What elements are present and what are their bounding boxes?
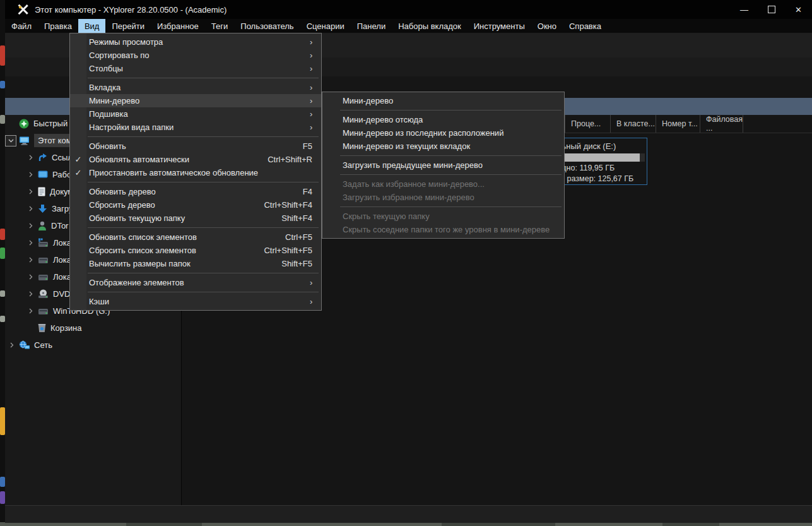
submenu-item-mini-tree-recent-locations[interactable]: Мини-дерево из последних расположений xyxy=(322,126,564,140)
tree-item-network[interactable]: Сеть xyxy=(5,337,181,354)
disk-icon xyxy=(38,256,49,264)
submenu-item-mini-tree-current-tabs[interactable]: Мини-дерево из текущих вкладок xyxy=(322,140,564,153)
menu-separator xyxy=(70,289,321,295)
menu-item-caches[interactable]: Кэши› xyxy=(70,295,321,308)
menu-separator xyxy=(322,172,564,177)
menu-item-tab[interactable]: Вкладка› xyxy=(70,81,321,94)
menu-item-refresh-tree[interactable]: Обновить деревоF4 xyxy=(70,185,321,198)
close-button[interactable]: ✕ xyxy=(785,0,812,19)
document-icon xyxy=(38,187,45,196)
menu-item-folder-view-settings[interactable]: Настройки вида папки› xyxy=(70,121,321,134)
chevron-right-icon[interactable] xyxy=(28,257,34,263)
menu-help[interactable]: Справка xyxy=(563,19,608,33)
chevron-right-icon[interactable] xyxy=(28,189,34,194)
menu-item-columns[interactable]: Столбцы› xyxy=(70,62,321,75)
system-disk-icon xyxy=(38,238,49,248)
chevron-right-icon[interactable] xyxy=(28,206,34,212)
menu-bar: Файл Правка Вид Перейти Избранное Теги П… xyxy=(5,19,812,33)
xyplorer-app-icon xyxy=(18,4,28,15)
menu-go[interactable]: Перейти xyxy=(105,19,151,33)
menu-favorites[interactable]: Избранное xyxy=(151,19,205,33)
menu-item-refresh[interactable]: ОбновитьF5 xyxy=(70,140,321,153)
view-menu-popup: Режимы просмотра› Сортировать по› Столбц… xyxy=(69,33,322,311)
status-bar: 5 элементов всего свободно: 1,18 ТБ (95%… xyxy=(5,505,812,523)
submenu-item-hide-sibling-folders: Скрыть соседние папки того же уровня в м… xyxy=(322,223,564,236)
menu-item-show-items[interactable]: Отображение элементов› xyxy=(70,276,321,289)
links-icon xyxy=(38,153,47,162)
check-icon: ✓ xyxy=(70,155,86,164)
column-header[interactable]: Проце... xyxy=(565,115,611,133)
menu-item-reset-tree[interactable]: Сбросить деревоCtrl+Shift+F4 xyxy=(70,198,321,212)
submenu-item-set-favorite-mini-tree: Задать как избранное мини-дерево... xyxy=(322,177,564,191)
menu-item-view-modes[interactable]: Режимы просмотра› xyxy=(70,35,321,49)
recycle-bin-icon xyxy=(38,323,46,333)
minimize-button[interactable]: — xyxy=(731,0,758,19)
menu-separator xyxy=(70,225,321,230)
menu-separator xyxy=(322,153,564,158)
menu-view[interactable]: Вид xyxy=(78,19,106,33)
menu-separator xyxy=(322,204,564,210)
menu-item-refresh-file-list[interactable]: Обновить список элементовCtrl+F5 xyxy=(70,230,321,244)
downloads-icon xyxy=(38,204,47,213)
chevron-right-icon[interactable] xyxy=(28,274,34,280)
check-icon: ✓ xyxy=(70,168,86,177)
menu-item-mini-tree[interactable]: Мини-дерево› xyxy=(70,94,321,107)
mini-tree-submenu-popup: Мини-дерево Мини-дерево отсюда Мини-дере… xyxy=(322,92,565,239)
submenu-item-load-previous-mini-tree[interactable]: Загрузить предыдущее мини-дерево xyxy=(322,158,564,172)
submenu-item-hide-current-folder: Скрыть текущую папку xyxy=(322,210,564,223)
menu-item-suspend-auto-refresh[interactable]: ✓Приостановить автоматическое обновление xyxy=(70,166,321,179)
chevron-right-icon[interactable] xyxy=(28,240,34,246)
menu-user[interactable]: Пользователь xyxy=(234,19,300,33)
column-header[interactable]: В класте... xyxy=(611,115,656,133)
user-icon xyxy=(38,221,47,230)
menu-separator xyxy=(70,270,321,276)
menu-item-binder[interactable]: Подшивка› xyxy=(70,107,321,121)
menu-item-reset-file-list[interactable]: Сбросить список элементовCtrl+Shift+F5 xyxy=(70,244,321,257)
tree-expander-icon[interactable] xyxy=(5,135,16,146)
menu-separator xyxy=(70,134,321,140)
chevron-right-icon[interactable] xyxy=(28,308,34,314)
submenu-item-mini-tree-from-here[interactable]: Мини-дерево отсюда xyxy=(322,113,564,126)
menu-panes[interactable]: Панели xyxy=(351,19,392,33)
computer-icon xyxy=(19,136,30,145)
submenu-item-load-favorite-mini-tree: Загрузить избранное мини-дерево xyxy=(322,191,564,204)
quick-access-icon xyxy=(19,119,29,129)
tree-item-recycle-bin[interactable]: Корзина xyxy=(5,320,181,337)
dvd-icon xyxy=(38,289,49,299)
menu-separator xyxy=(70,179,321,185)
desktop-edge xyxy=(0,0,5,526)
menu-tools[interactable]: Инструменты xyxy=(468,19,531,33)
maximize-button[interactable] xyxy=(758,0,785,19)
menu-scripts[interactable]: Сценарии xyxy=(300,19,351,33)
chevron-right-icon[interactable] xyxy=(28,291,34,297)
menu-window[interactable]: Окно xyxy=(531,19,563,33)
screen: { "window": { "title": "Этот компьютер -… xyxy=(0,0,812,526)
chevron-right-icon[interactable] xyxy=(28,223,34,229)
window-title: Этот компьютер - XYplorer 28.20.0500 - (… xyxy=(35,5,227,15)
menu-separator xyxy=(322,107,564,113)
disk-icon xyxy=(38,273,49,281)
chevron-right-icon[interactable] xyxy=(9,342,15,348)
menu-item-refresh-current-folder[interactable]: Обновить текущую папкуShift+F4 xyxy=(70,212,321,225)
menu-item-auto-refresh[interactable]: ✓Обновлять автоматическиCtrl+Shift+R xyxy=(70,153,321,166)
desktop-icon xyxy=(38,170,48,179)
title-bar: Этот компьютер - XYplorer 28.20.0500 - (… xyxy=(5,0,812,19)
menu-separator xyxy=(70,75,321,81)
menu-item-sort-by[interactable]: Сортировать по› xyxy=(70,49,321,62)
network-icon xyxy=(19,340,30,350)
submenu-item-mini-tree[interactable]: Мини-дерево xyxy=(322,94,564,107)
menu-tabsets[interactable]: Наборы вкладок xyxy=(392,19,468,33)
column-header[interactable]: Файловая ... xyxy=(700,115,743,133)
menu-edit[interactable]: Правка xyxy=(38,19,78,33)
menu-file[interactable]: Файл xyxy=(5,19,38,33)
menu-tags[interactable]: Теги xyxy=(205,19,234,33)
menu-item-calculate-folder-sizes[interactable]: Вычислить размеры папокShift+F5 xyxy=(70,257,321,270)
chevron-right-icon[interactable] xyxy=(28,155,34,160)
chevron-right-icon[interactable] xyxy=(28,172,34,177)
window-controls: — ✕ xyxy=(731,0,812,19)
disk-icon xyxy=(38,308,49,315)
column-header[interactable]: Номер т... xyxy=(656,115,700,133)
xyplorer-window: Этот компьютер - XYplorer 28.20.0500 - (… xyxy=(5,0,812,522)
